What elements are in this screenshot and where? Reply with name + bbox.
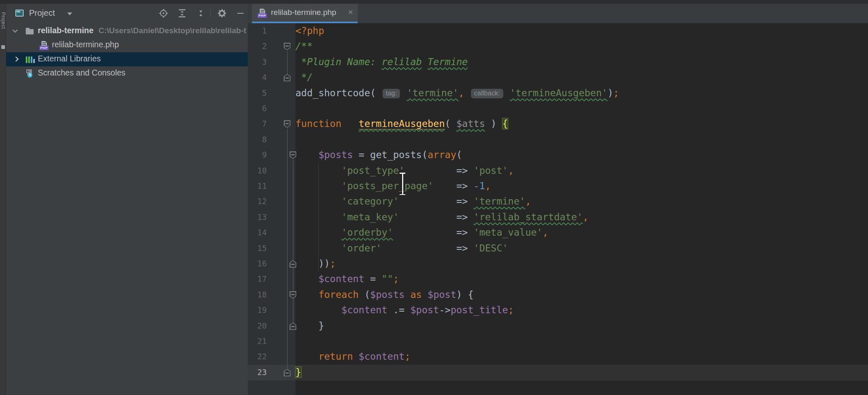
chevron-down-icon[interactable] (12, 27, 18, 33)
tab-label: relilab-termine.php (271, 8, 336, 17)
line-number[interactable]: 17 (248, 271, 267, 287)
line-number[interactable]: 5 (248, 85, 267, 101)
window-top-band (0, 0, 868, 4)
line-number[interactable]: 7 (248, 116, 267, 132)
php-file-icon: PHP (39, 41, 49, 50)
code-line[interactable]: 'order' => 'DESC' (295, 241, 508, 256)
scratches-icon (25, 69, 34, 78)
project-view-icon (15, 10, 24, 17)
code-line[interactable]: 'category' => 'termine', (295, 194, 531, 210)
tree-item-label: relilab-termine.php (52, 40, 119, 49)
tree-row[interactable]: External Libraries (6, 52, 248, 66)
code-line[interactable]: function termineAusgeben( $atts ) { (295, 116, 508, 132)
code-line[interactable]: 'meta_key' => 'relilab_startdate', (295, 210, 588, 225)
stripe-tool-icon[interactable] (1, 45, 5, 49)
tree-row[interactable]: relilab-termineC:\Users\Daniel\Desktop\r… (6, 24, 248, 38)
tree-item-label: Scratches and Consoles (38, 68, 125, 78)
line-number[interactable]: 2 (248, 39, 267, 54)
fold-marker-start[interactable] (284, 43, 290, 50)
toolbar-divider (210, 9, 211, 17)
line-number[interactable]: 8 (248, 132, 267, 147)
code-line[interactable]: )); (295, 256, 336, 272)
libraries-icon (25, 55, 34, 64)
ide-window: Project Project (0, 0, 868, 395)
line-number[interactable]: 12 (248, 194, 267, 209)
code-line[interactable]: */ (295, 70, 313, 85)
line-number[interactable]: 18 (248, 287, 267, 302)
code-line[interactable]: /** (295, 39, 313, 54)
project-panel-header: Project (6, 4, 248, 23)
line-number[interactable]: 6 (248, 101, 267, 116)
editor-tab-bar: PHP relilab-termine.php ✕ (248, 4, 868, 23)
line-number[interactable]: 11 (248, 178, 267, 194)
line-number[interactable]: 23 (248, 365, 267, 380)
tree-item-path: C:\Users\Daniel\Desktop\relilab\relilab-… (98, 26, 246, 35)
code-line[interactable]: $content .= $post->post_title; (295, 302, 514, 318)
project-panel: Project (6, 4, 248, 395)
settings-gear-icon[interactable] (217, 8, 227, 18)
php-file-icon: PHP (258, 9, 267, 17)
tab-relilab-termine-php[interactable]: PHP relilab-termine.php ✕ (252, 4, 358, 23)
fold-marker-end[interactable] (284, 369, 290, 376)
tree-item-label: External Libraries (38, 54, 101, 63)
line-number[interactable]: 16 (248, 256, 267, 271)
chevron-down-icon[interactable] (67, 12, 72, 15)
line-number[interactable]: 21 (248, 334, 267, 349)
line-number[interactable]: 4 (248, 70, 267, 85)
line-number[interactable]: 1 (248, 23, 267, 39)
code-line[interactable]: add_shortcode( tag: 'termine', callback:… (295, 85, 619, 101)
fold-marker-end[interactable] (284, 74, 290, 81)
locate-file-button[interactable] (158, 8, 168, 18)
line-number[interactable]: 14 (248, 225, 267, 240)
line-number[interactable]: 13 (248, 210, 267, 225)
code-line[interactable]: } (295, 365, 301, 380)
code-line[interactable]: 'orderby' => 'meta_value', (295, 225, 548, 241)
code-line[interactable]: 'posts_per_page' => -1, (295, 178, 491, 194)
tab-close-icon[interactable]: ✕ (347, 8, 354, 17)
parameter-hint: callback: (471, 89, 503, 98)
code-line[interactable]: foreach ($posts as $post) { (295, 287, 473, 303)
code-line[interactable]: $content = ""; (295, 271, 399, 287)
tree-item-label: relilab-termineC:\Users\Daniel\Desktop\r… (38, 26, 246, 35)
line-number[interactable]: 10 (248, 163, 267, 178)
fold-region-line (287, 51, 288, 74)
code-line[interactable]: } (295, 318, 324, 334)
fold-region-line (287, 129, 288, 368)
tree-row[interactable]: PHPrelilab-termine.php (6, 38, 248, 52)
hide-panel-button[interactable] (235, 8, 245, 18)
collapse-all-button[interactable] (196, 8, 206, 18)
code-line[interactable]: $posts = get_posts(array( (295, 147, 462, 163)
expand-all-button[interactable] (177, 8, 187, 18)
editor-area[interactable]: 1234567891011121314151617181920212223 <?… (248, 23, 868, 395)
code-line[interactable]: <?php (295, 23, 324, 39)
line-number[interactable]: 9 (248, 147, 267, 163)
project-panel-title[interactable]: Project (29, 8, 55, 18)
parameter-hint: tag: (383, 89, 400, 98)
code-line[interactable]: return $content; (295, 349, 410, 365)
folder-icon (25, 27, 34, 36)
current-line-highlight (248, 365, 868, 380)
stripe-project-label[interactable]: Project (0, 10, 6, 48)
tool-window-stripe: Project (0, 4, 6, 395)
line-number[interactable]: 22 (248, 349, 267, 364)
line-number[interactable]: 3 (248, 54, 267, 70)
ibeam-mouse-cursor (398, 173, 407, 195)
fold-marker-start[interactable] (284, 120, 290, 128)
tree-row[interactable]: Scratches and Consoles (6, 66, 248, 80)
chevron-right-icon[interactable] (13, 56, 19, 62)
code-line[interactable]: *Plugin Name: relilab Termine (295, 54, 468, 70)
project-tree: relilab-termineC:\Users\Daniel\Desktop\r… (6, 24, 248, 80)
line-number[interactable]: 19 (248, 302, 267, 318)
line-number[interactable]: 20 (248, 318, 267, 334)
line-number[interactable]: 15 (248, 241, 267, 256)
